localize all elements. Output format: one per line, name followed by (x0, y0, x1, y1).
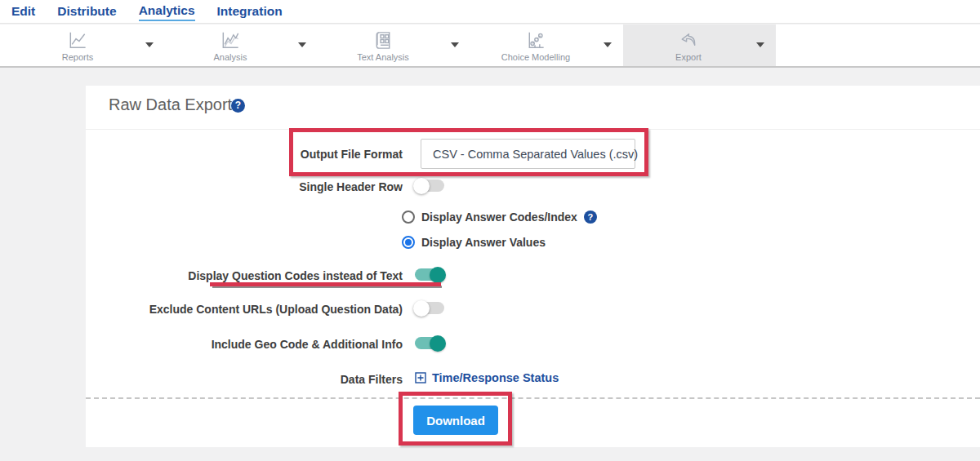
divider (86, 129, 980, 130)
chevron-down-icon[interactable] (298, 42, 306, 47)
newspaper-icon (372, 29, 394, 51)
analytics-toolbar: Reports Analysis Text Analysis (0, 24, 980, 68)
download-button[interactable]: Download (413, 406, 498, 435)
plus-square-icon (415, 372, 426, 383)
answer-values-label: Display Answer Values (421, 236, 546, 249)
tab-text-analysis[interactable]: Text Analysis (318, 24, 470, 66)
tab-label: Analysis (214, 52, 247, 62)
chevron-down-icon[interactable] (145, 42, 154, 47)
chevron-down-icon[interactable] (604, 42, 612, 47)
tab-label: Choice Modelling (501, 52, 570, 62)
export-arrow-icon (677, 29, 700, 51)
page-title: Raw Data Export (109, 95, 232, 114)
tab-label: Text Analysis (357, 52, 409, 62)
question-codes-toggle[interactable] (415, 268, 444, 281)
dashed-divider (86, 397, 980, 399)
scatter-chart-icon (524, 29, 547, 51)
toggle-knob (430, 335, 446, 352)
tab-label: Reports (62, 52, 94, 62)
toggle-knob (413, 178, 430, 194)
help-icon[interactable]: ? (231, 99, 245, 113)
time-response-status-label: Time/Response Status (432, 371, 559, 384)
nav-item-integration[interactable]: Integration (217, 3, 283, 20)
tab-analysis[interactable]: Analysis (165, 24, 318, 66)
data-filters-label: Data Filters (341, 373, 403, 386)
output-format-value: CSV - Comma Separated Values (.csv) (433, 148, 638, 161)
nav-item-distribute[interactable]: Distribute (57, 3, 116, 20)
help-icon[interactable]: ? (584, 211, 597, 224)
nav-item-analytics[interactable]: Analytics (139, 2, 195, 21)
chevron-down-icon[interactable] (756, 42, 764, 47)
line-chart-icon (66, 29, 89, 51)
exclude-urls-label: Exclude Content URLs (Upload Question Da… (149, 303, 403, 316)
answer-codes-label: Display Answer Codes/Index (421, 211, 577, 224)
single-header-row-label: Single Header Row (299, 180, 403, 193)
answer-codes-radio[interactable] (402, 211, 415, 224)
geo-code-toggle[interactable] (415, 337, 444, 349)
nav-item-edit[interactable]: Edit (11, 3, 35, 20)
output-format-label: Output File Format (301, 148, 403, 161)
chevron-down-icon[interactable] (451, 42, 459, 47)
tab-export[interactable]: Export (623, 24, 776, 66)
geo-code-label: Include Geo Code & Additional Info (212, 338, 403, 351)
multi-line-chart-icon (219, 29, 242, 51)
answer-values-radio[interactable] (402, 236, 415, 249)
tab-choice-modelling[interactable]: Choice Modelling (470, 24, 623, 66)
raw-data-export-page: Edit Distribute Analytics Integration Re… (0, 0, 980, 461)
exclude-urls-toggle[interactable] (415, 302, 444, 314)
answer-codes-option: Display Answer Codes/Index ? (402, 211, 597, 224)
answer-values-option: Display Answer Values (402, 236, 546, 249)
time-response-status-link[interactable]: Time/Response Status (415, 371, 559, 384)
tab-label: Export (675, 52, 702, 62)
question-codes-label: Display Question Codes instead of Text (188, 269, 403, 282)
top-navigation: Edit Distribute Analytics Integration (0, 0, 980, 24)
single-header-row-toggle[interactable] (415, 180, 444, 192)
output-format-select[interactable]: CSV - Comma Separated Values (.csv) (421, 139, 635, 169)
tab-reports[interactable]: Reports (12, 24, 165, 66)
toggle-knob (430, 267, 446, 283)
toggle-knob (413, 300, 430, 317)
